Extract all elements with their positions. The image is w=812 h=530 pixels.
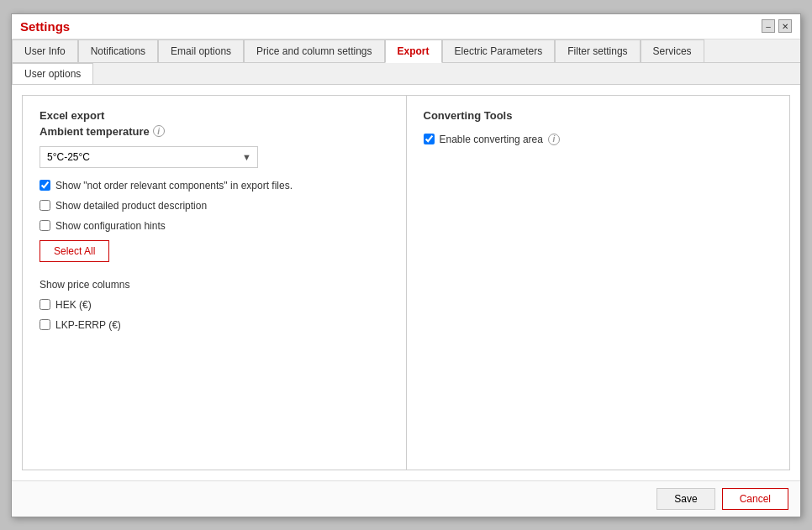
right-panel: Converting Tools Enable converting area … [407, 96, 790, 470]
minimize-button[interactable]: – [762, 19, 775, 33]
enable-converting-info-icon: i [548, 134, 560, 145]
settings-window: Settings – ✕ User Info Notifications Ema… [11, 13, 801, 517]
show-not-order-label: Show "not order relevant components" in … [55, 180, 293, 192]
footer: Save Cancel [12, 480, 800, 517]
enable-converting-row: Enable converting area i [424, 134, 773, 145]
sub-tab-user-options[interactable]: User options [12, 63, 93, 84]
show-not-order-checkbox[interactable] [40, 180, 50, 191]
lkp-label: LKP-ERRP (€) [55, 319, 121, 331]
select-all-button[interactable]: Select All [40, 240, 109, 262]
checkbox-row-3: Show configuration hints [40, 220, 389, 232]
checkbox-row-2: Show detailed product description [40, 200, 389, 212]
tab-email-options[interactable]: Email options [158, 39, 244, 62]
window-title: Settings [20, 19, 70, 34]
hek-checkbox-row: HEK (€) [40, 299, 389, 311]
ambient-temp-label: Ambient temperature i [40, 125, 389, 138]
content-inner: Excel export Ambient temperature i 5°C-2… [22, 95, 790, 470]
tab-price-column[interactable]: Price and column settings [244, 39, 384, 62]
temperature-dropdown[interactable]: 5°C-25°C 0°C-40°C -10°C-50°C [40, 146, 258, 168]
enable-converting-checkbox[interactable] [424, 134, 435, 144]
close-button[interactable]: ✕ [778, 19, 792, 33]
show-price-columns-label: Show price columns [40, 279, 389, 291]
show-config-hints-checkbox[interactable] [40, 220, 50, 231]
tab-electric-params[interactable]: Electric Parameters [442, 39, 556, 62]
converting-tools-title: Converting Tools [424, 109, 773, 122]
save-button[interactable]: Save [656, 488, 714, 510]
tab-notifications[interactable]: Notifications [78, 39, 158, 62]
tab-user-info[interactable]: User Info [12, 39, 78, 62]
left-panel: Excel export Ambient temperature i 5°C-2… [23, 96, 407, 470]
tab-services[interactable]: Services [641, 39, 704, 62]
show-config-hints-label: Show configuration hints [55, 220, 166, 232]
content-area: Excel export Ambient temperature i 5°C-2… [12, 85, 800, 480]
window-controls: – ✕ [762, 19, 792, 33]
show-detailed-checkbox[interactable] [40, 200, 50, 211]
main-tabs: User Info Notifications Email options Pr… [12, 39, 800, 63]
excel-export-title: Excel export [40, 109, 389, 122]
lkp-checkbox[interactable] [40, 319, 50, 330]
cancel-button[interactable]: Cancel [722, 488, 788, 510]
sub-tabs: User options [12, 63, 800, 85]
hek-label: HEK (€) [55, 299, 92, 311]
checkbox-row-1: Show "not order relevant components" in … [40, 180, 389, 192]
hek-checkbox[interactable] [40, 299, 50, 310]
ambient-info-icon: i [153, 125, 165, 137]
ambient-label-text: Ambient temperature [40, 125, 150, 138]
lkp-checkbox-row: LKP-ERRP (€) [40, 319, 389, 331]
enable-converting-label: Enable converting area [440, 134, 543, 145]
tab-export[interactable]: Export [385, 39, 442, 63]
title-bar: Settings – ✕ [12, 14, 800, 39]
temperature-dropdown-wrapper: 5°C-25°C 0°C-40°C -10°C-50°C ▼ [40, 146, 258, 168]
tab-filter-settings[interactable]: Filter settings [555, 39, 640, 62]
show-detailed-label: Show detailed product description [55, 200, 207, 212]
